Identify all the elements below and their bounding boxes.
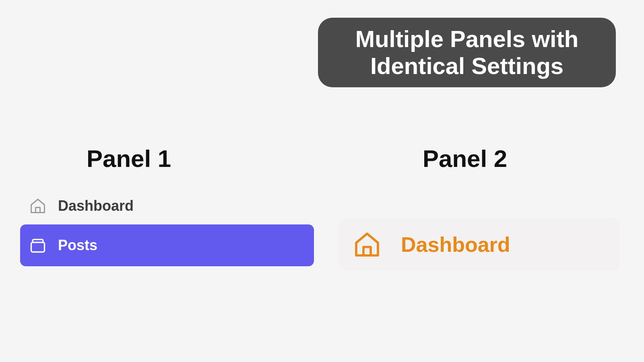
nav-item-label: Posts (58, 237, 97, 254)
home-icon (353, 230, 382, 259)
panel-2-heading: Panel 2 (423, 145, 507, 173)
panel-2-nav: Dashboard (338, 218, 620, 271)
banner-title: Multiple Panels with Identical Settings (334, 26, 600, 79)
panel-1-nav: Dashboard Posts (20, 195, 314, 266)
posts-icon (29, 237, 47, 254)
home-icon (29, 197, 47, 215)
svg-rect-0 (31, 243, 45, 252)
banner: Multiple Panels with Identical Settings (318, 18, 616, 87)
nav-item-label: Dashboard (401, 232, 510, 257)
nav-item-posts[interactable]: Posts (20, 224, 314, 266)
nav-item-label: Dashboard (58, 197, 134, 214)
panel-1-heading: Panel 1 (87, 145, 171, 173)
nav-item-dashboard[interactable]: Dashboard (20, 195, 314, 217)
nav-item-dashboard[interactable]: Dashboard (338, 218, 620, 271)
